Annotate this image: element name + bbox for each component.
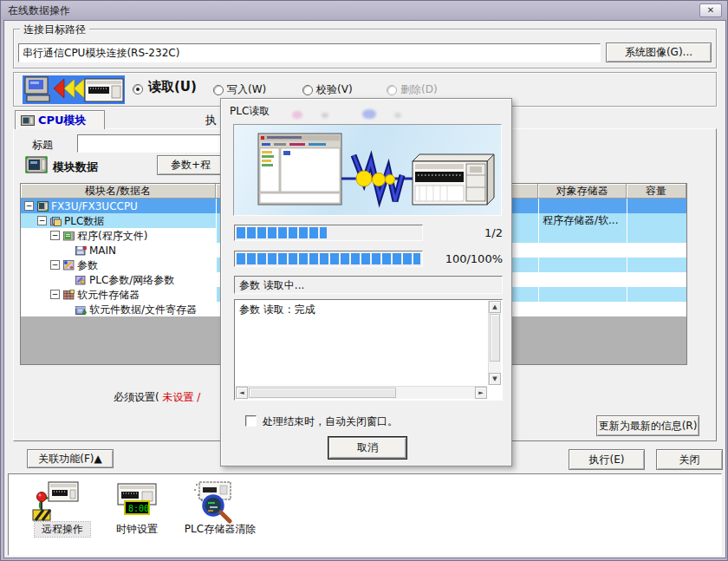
plc-data-icon xyxy=(50,216,62,226)
module-name-cell[interactable]: 软元件数据/文件寄存器 xyxy=(21,302,216,316)
total-progress-fill xyxy=(237,253,420,264)
col-header-capacity[interactable]: 容量 xyxy=(627,184,686,199)
tab-cpu-module[interactable]: CPU模块 xyxy=(15,110,105,129)
auto-close-checkbox[interactable] xyxy=(245,415,257,427)
read-radio-label[interactable]: 读取(U) xyxy=(148,79,197,95)
clock-setting-label[interactable]: 时钟设置 xyxy=(109,522,165,537)
hscroll-thumb[interactable] xyxy=(249,388,396,398)
module-name-cell[interactable]: PLC参数/网络参数 xyxy=(21,272,216,287)
cpu-tab-icon xyxy=(21,115,35,126)
plc-memory-clear-label[interactable]: PLC存储器清除 xyxy=(179,522,262,537)
system-image-button[interactable]: 系统图像(G)... xyxy=(606,42,712,62)
window-title: 在线数据操作 xyxy=(1,3,70,18)
tree-node-label: 参数 xyxy=(77,259,98,271)
write-radio-label[interactable]: 写入(W) xyxy=(227,82,266,97)
execute-target-label-fragment: 执 xyxy=(205,113,217,128)
execute-button[interactable]: 执行(E) xyxy=(569,449,645,470)
tree-node-label: PLC数据 xyxy=(64,215,104,227)
required-note-prefix: 必须设置( xyxy=(114,391,159,403)
plc-read-dialog-title: PLC读取 xyxy=(230,104,270,119)
tree-node-label: PLC参数/网络参数 xyxy=(89,274,174,286)
program-icon xyxy=(63,231,75,241)
tree-expander-icon[interactable]: − xyxy=(37,216,47,225)
scroll-right-icon[interactable]: ► xyxy=(475,387,487,399)
vscroll-thumb[interactable] xyxy=(490,314,500,362)
module-name-cell[interactable]: MAIN xyxy=(21,243,216,258)
required-note-slash: / xyxy=(197,391,200,403)
tree-node-label: MAIN xyxy=(89,245,116,257)
related-functions-button[interactable]: 关联功能(F)▲ xyxy=(27,449,114,468)
module-name-cell[interactable]: −参数 xyxy=(21,258,216,272)
scroll-up-icon[interactable]: ▲ xyxy=(489,301,501,313)
verify-radio[interactable] xyxy=(302,85,313,95)
svg-text:8:00: 8:00 xyxy=(128,504,149,513)
module-name-cell[interactable]: −PLC数据 xyxy=(21,213,216,228)
log-vscrollbar[interactable]: ▲ ▼ xyxy=(488,301,501,385)
verify-radio-label[interactable]: 校验(V) xyxy=(316,82,353,97)
total-progress-label: 100/100% xyxy=(438,252,503,265)
module-name-cell[interactable]: −程序(程序文件) xyxy=(21,228,216,243)
scroll-down-icon[interactable]: ▼ xyxy=(489,373,501,385)
read-radio[interactable] xyxy=(133,84,143,95)
watermark-smudge xyxy=(292,111,302,119)
plc-read-dialog: PLC读取 xyxy=(220,98,512,466)
required-note-unset: 未设置 xyxy=(163,391,194,403)
capacity-cell[interactable] xyxy=(627,213,686,228)
auto-close-checkbox-label[interactable]: 处理结束时，自动关闭窗口。 xyxy=(263,414,398,429)
refresh-info-button[interactable]: 更新为最新的信息(R) xyxy=(596,415,699,436)
connection-path-field[interactable]: 串行通信CPU模块连接(RS-232C) xyxy=(18,43,601,62)
tree-node-label: 程序(程序文件) xyxy=(77,230,147,242)
capacity-cell[interactable] xyxy=(627,272,686,287)
target-memory-cell[interactable] xyxy=(538,199,627,213)
log-box[interactable]: 参数 读取 : 完成 ▲ ▼ ◄ ► xyxy=(234,299,503,401)
target-memory-cell[interactable] xyxy=(538,272,627,287)
cpu-module-icon xyxy=(37,201,49,212)
target-memory-cell[interactable] xyxy=(538,228,627,243)
target-memory-cell[interactable]: 程序存储器/软... xyxy=(538,213,627,228)
total-progress-bar xyxy=(234,251,423,267)
scroll-left-icon[interactable]: ◄ xyxy=(236,387,248,399)
cancel-button[interactable]: 取消 xyxy=(328,437,406,459)
target-memory-cell[interactable] xyxy=(538,287,627,302)
watermark-smudge xyxy=(362,109,376,119)
tree-expander-icon[interactable]: − xyxy=(50,260,60,270)
pc-plc-transfer-graphic xyxy=(234,125,501,215)
device-data-icon xyxy=(75,304,87,315)
online-data-operation-window: 在线数据操作 ✕ 连接目标路径 串行通信CPU模块连接(RS-232C) 系统图… xyxy=(0,0,728,561)
capacity-cell[interactable] xyxy=(627,199,686,213)
log-text: 参数 读取 : 完成 xyxy=(239,303,315,317)
capacity-cell[interactable] xyxy=(627,228,686,243)
col-header-module-name[interactable]: 模块名/数据名 xyxy=(21,184,216,199)
tree-node-label: 软元件存储器 xyxy=(77,289,140,301)
pc-to-plc-transfer-icon xyxy=(23,75,125,104)
log-hscrollbar[interactable]: ◄ ► xyxy=(236,386,487,399)
watermark-smudge xyxy=(322,113,328,118)
target-memory-cell[interactable] xyxy=(538,243,627,258)
plc-memory-clear-icon[interactable] xyxy=(189,480,250,522)
remote-operation-label[interactable]: 远程操作 xyxy=(35,522,90,537)
close-icon[interactable]: ✕ xyxy=(699,3,722,17)
module-data-icon xyxy=(25,156,48,176)
param-program-button[interactable]: 参数+程 xyxy=(157,155,224,175)
write-radio[interactable] xyxy=(213,85,224,95)
tree-expander-icon[interactable]: − xyxy=(50,231,60,240)
capacity-cell[interactable] xyxy=(627,287,686,302)
transfer-animation-panel xyxy=(233,124,502,216)
target-memory-cell[interactable] xyxy=(538,258,627,272)
module-name-cell[interactable]: −FX3U/FX3UCCPU xyxy=(21,199,216,213)
tree-expander-icon[interactable]: − xyxy=(50,290,60,299)
parameter-icon xyxy=(63,260,75,271)
capacity-cell[interactable] xyxy=(627,302,686,316)
remote-operation-icon[interactable] xyxy=(31,480,92,522)
clock-setting-icon[interactable]: 8:00 xyxy=(111,480,172,522)
tree-expander-icon[interactable]: − xyxy=(24,201,34,211)
capacity-cell[interactable] xyxy=(627,243,686,258)
module-name-cell[interactable]: −软元件存储器 xyxy=(21,287,216,302)
target-memory-cell[interactable] xyxy=(538,302,627,316)
close-button[interactable]: 关闭 xyxy=(656,449,723,470)
tree-node-label: 软元件数据/文件寄存器 xyxy=(89,303,197,316)
capacity-cell[interactable] xyxy=(627,258,686,272)
col-header-target-memory[interactable]: 对象存储器 xyxy=(538,184,627,199)
plc-parameter-icon xyxy=(75,275,87,285)
window-titlebar[interactable]: 在线数据操作 ✕ xyxy=(1,1,727,20)
